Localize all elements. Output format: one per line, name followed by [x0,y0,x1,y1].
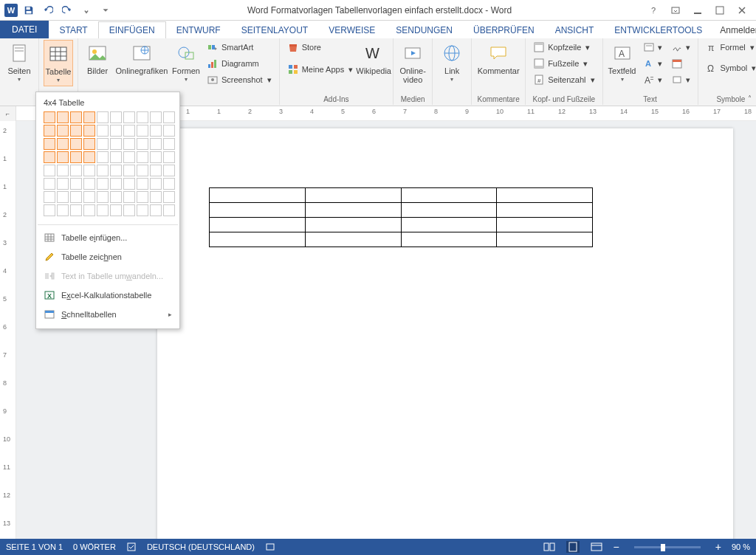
grid-cell[interactable] [137,178,148,190]
excel-table-item[interactable]: X Excel-Kalkulationstabelle [36,286,179,305]
page-number-button[interactable]: #Seitenzahl▾ [530,72,597,87]
grid-cell[interactable] [57,165,69,176]
tab-mailings[interactable]: SENDUNGEN [385,22,463,38]
grid-cell[interactable] [137,111,148,123]
grid-cell[interactable] [97,178,109,190]
grid-cell[interactable] [163,138,175,150]
grid-cell[interactable] [137,191,148,203]
redo-button[interactable] [59,2,75,18]
grid-cell[interactable] [83,165,95,176]
grid-cell[interactable] [150,125,162,137]
equation-button[interactable]: πFormel▾ [703,40,756,55]
dropcap-button[interactable]: A▾ [640,72,665,87]
zoom-level[interactable]: 90 % [732,542,750,551]
store-button[interactable]: Store [284,40,356,55]
grid-cell[interactable] [44,191,55,203]
grid-cell[interactable] [123,111,135,123]
tab-review[interactable]: ÜBERPRÜFEN [463,22,545,38]
pages-button[interactable]: Seiten ▾ [4,40,34,85]
web-layout-button[interactable] [590,541,603,553]
my-apps-button[interactable]: Meine Apps▾ [284,62,356,77]
footer-button[interactable]: Fußzeile▾ [530,56,597,71]
document-page[interactable] [157,128,733,539]
read-mode-button[interactable] [543,541,556,553]
datetime-button[interactable] [668,56,693,71]
insert-table-item[interactable]: Tabelle einfügen... [36,228,179,247]
tab-developer[interactable]: ENTWICKLERTOOLS [604,22,712,38]
grid-cell[interactable] [83,125,95,137]
grid-cell[interactable] [57,125,69,137]
grid-cell[interactable] [83,138,95,150]
tab-insert[interactable]: EINFÜGEN [98,21,166,38]
grid-cell[interactable] [150,204,162,216]
grid-cell[interactable] [163,125,175,137]
zoom-slider[interactable] [634,546,701,548]
spellcheck-icon[interactable] [126,542,137,552]
grid-cell[interactable] [137,151,148,163]
grid-cell[interactable] [70,125,82,137]
tab-references[interactable]: VERWEISE [318,22,385,38]
tab-file[interactable]: DATEI [0,21,49,38]
grid-cell[interactable] [70,191,82,203]
wordart-button[interactable]: A▾ [640,56,665,71]
grid-cell[interactable] [97,191,109,203]
grid-cell[interactable] [150,178,162,190]
grid-cell[interactable] [150,151,162,163]
zoom-in-button[interactable]: + [715,541,721,553]
grid-cell[interactable] [70,151,82,163]
zoom-out-button[interactable]: − [614,541,619,553]
tab-pagelayout[interactable]: SEITENLAYOUT [231,22,318,38]
object-button[interactable]: ▾ [668,72,693,87]
screenshot-button[interactable]: Screenshot▾ [204,72,275,87]
grid-cell[interactable] [150,191,162,203]
quick-tables-item[interactable]: Schnelltabellen ▸ [36,305,179,324]
page-indicator[interactable]: SEITE 1 VON 1 [6,542,63,551]
online-video-button[interactable]: Online- video [398,40,427,86]
grid-cell[interactable] [137,138,148,150]
undo-button[interactable] [40,2,56,18]
grid-cell[interactable] [57,151,69,163]
grid-cell[interactable] [83,178,95,190]
grid-cell[interactable] [123,178,135,190]
grid-cell[interactable] [163,165,175,176]
grid-cell[interactable] [44,111,55,123]
grid-cell[interactable] [110,125,122,137]
grid-cell[interactable] [97,125,109,137]
macro-icon[interactable] [265,542,275,552]
grid-cell[interactable] [123,125,135,137]
grid-cell[interactable] [123,151,135,163]
grid-cell[interactable] [123,138,135,150]
grid-cell[interactable] [110,178,122,190]
tab-start[interactable]: START [49,22,97,38]
grid-cell[interactable] [123,204,135,216]
tab-design[interactable]: ENTWURF [166,22,231,38]
grid-cell[interactable] [44,165,55,176]
grid-cell[interactable] [57,191,69,203]
grid-cell[interactable] [97,138,109,150]
grid-cell[interactable] [163,178,175,190]
grid-cell[interactable] [83,191,95,203]
online-pictures-button[interactable]: Onlinegrafiken [115,40,168,77]
grid-cell[interactable] [97,165,109,176]
grid-cell[interactable] [163,204,175,216]
vertical-ruler[interactable]: 211234567891011121314 [0,121,16,539]
grid-cell[interactable] [97,151,109,163]
grid-cell[interactable] [70,111,82,123]
header-button[interactable]: Kopfzeile▾ [530,40,597,55]
grid-cell[interactable] [110,138,122,150]
help-button[interactable]: ? [645,2,662,18]
grid-cell[interactable] [57,111,69,123]
grid-cell[interactable] [97,111,109,123]
table-button[interactable]: Tabelle ▾ [44,40,73,86]
tab-view[interactable]: ANSICHT [545,22,605,38]
grid-cell[interactable] [57,178,69,190]
chart-button[interactable]: Diagramm [204,56,275,71]
signature-button[interactable]: ▾ [668,40,693,55]
collapse-ribbon-button[interactable]: ˄ [748,94,752,103]
comment-button[interactable]: Kommentar [476,40,520,77]
zoom-handle[interactable] [661,544,665,551]
smartart-button[interactable]: SmartArt [204,40,275,55]
minimize-button[interactable] [690,2,706,18]
wikipedia-button[interactable]: W Wikipedia [359,40,388,77]
grid-cell[interactable] [44,178,55,190]
